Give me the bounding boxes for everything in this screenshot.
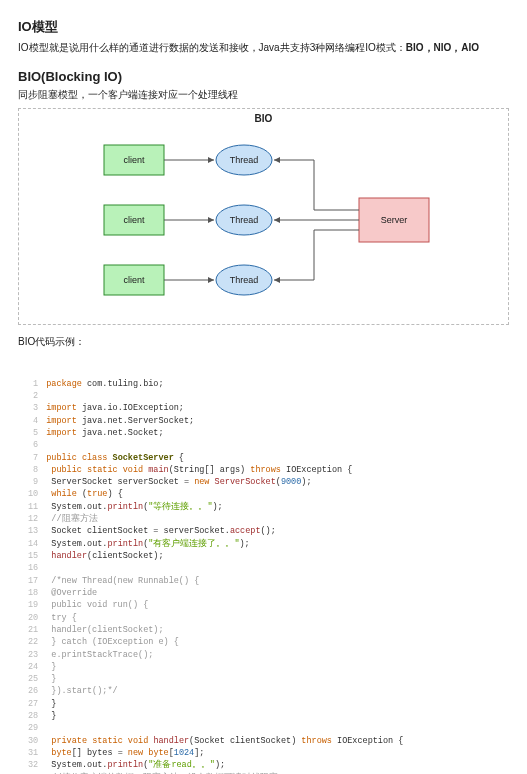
code-token: java bbox=[77, 403, 103, 413]
code-token: (); bbox=[260, 526, 275, 536]
code-token: IOException bbox=[286, 465, 342, 475]
thread-label-2: Thread bbox=[229, 215, 258, 225]
code-token: println bbox=[107, 539, 143, 549]
code-line: 18 @Override bbox=[18, 587, 403, 599]
code-line-number: 28 bbox=[18, 710, 46, 722]
code-line-number: 26 bbox=[18, 685, 46, 697]
code-line-content: } bbox=[46, 673, 403, 685]
code-token: main bbox=[148, 465, 168, 475]
code-token: out bbox=[87, 502, 102, 512]
code-line-content: while (true) { bbox=[46, 488, 403, 500]
code-line-number: 17 bbox=[18, 575, 46, 587]
code-token: String bbox=[174, 465, 205, 475]
code-token: SocketServer bbox=[113, 453, 174, 463]
code-token: out bbox=[87, 760, 102, 770]
code-token: } bbox=[51, 711, 56, 721]
code-token: ); bbox=[215, 760, 225, 770]
code-token: ) bbox=[291, 736, 301, 746]
code-token: ServerSocket bbox=[215, 477, 276, 487]
code-line: 28 } bbox=[18, 710, 403, 722]
code-token: { bbox=[393, 736, 403, 746]
code-line-content: System.out.println("有客户端连接了。。"); bbox=[46, 538, 403, 550]
code-line-number: 12 bbox=[18, 513, 46, 525]
code-token: { bbox=[174, 453, 184, 463]
code-line-number: 4 bbox=[18, 415, 46, 427]
heading-bio: BIO(Blocking IO) bbox=[18, 69, 509, 84]
code-token: } catch (IOException e) { bbox=[51, 637, 179, 647]
code-line-content: import java.net.Socket; bbox=[46, 427, 403, 439]
thread-label-1: Thread bbox=[229, 155, 258, 165]
code-token: System bbox=[51, 502, 82, 512]
code-token: [] args bbox=[204, 465, 240, 475]
code-line-content: Socket clientSocket = serverSocket.accep… bbox=[46, 525, 403, 537]
code-line: 14 System.out.println("有客户端连接了。。"); bbox=[18, 538, 403, 550]
code-line: 9 ServerSocket serverSocket = new Server… bbox=[18, 476, 403, 488]
code-token: Socket clientSocket bbox=[194, 736, 291, 746]
code-token: void bbox=[123, 465, 143, 475]
code-token: true bbox=[87, 489, 107, 499]
arrow-server-thread3 bbox=[274, 230, 359, 280]
code-line: 16 bbox=[18, 562, 403, 574]
code-line-number: 23 bbox=[18, 649, 46, 661]
code-line: 30 private static void handler(Socket cl… bbox=[18, 735, 403, 747]
code-token: [] bytes bbox=[72, 748, 118, 758]
code-token: accept bbox=[230, 526, 261, 536]
code-line-content: private static void handler(Socket clien… bbox=[46, 735, 403, 747]
code-line: 32 System.out.println("准备read。。"); bbox=[18, 759, 403, 771]
code-line-number: 14 bbox=[18, 538, 46, 550]
code-line-number: 8 bbox=[18, 464, 46, 476]
code-line: 6 bbox=[18, 439, 403, 451]
code-line: 24 } bbox=[18, 661, 403, 673]
client-label-3: client bbox=[123, 275, 145, 285]
server-label: Server bbox=[380, 215, 407, 225]
code-line-content: } bbox=[46, 710, 403, 722]
code-line-number: 31 bbox=[18, 747, 46, 759]
bio-diagram: BIO client client client Thread Thread bbox=[18, 108, 509, 325]
code-line-content: handler(clientSocket); bbox=[46, 550, 403, 562]
code-token: ( bbox=[77, 489, 87, 499]
code-token: { bbox=[342, 465, 352, 475]
code-line-number: 11 bbox=[18, 501, 46, 513]
code-line-number: 13 bbox=[18, 525, 46, 537]
code-line-content bbox=[46, 562, 403, 574]
code-line: 29 bbox=[18, 722, 403, 734]
code-line: 13 Socket clientSocket = serverSocket.ac… bbox=[18, 525, 403, 537]
thread-node-2: Thread bbox=[216, 205, 272, 235]
code-token: static bbox=[92, 736, 123, 746]
code-line-content: public class SocketServer { bbox=[46, 452, 403, 464]
code-line-number: 1 bbox=[18, 378, 46, 390]
bio-diagram-title: BIO bbox=[19, 113, 508, 124]
code-line-content: byte[] bytes = new byte[1024]; bbox=[46, 747, 403, 759]
code-line-number: 9 bbox=[18, 476, 46, 488]
code-token: } bbox=[51, 674, 56, 684]
code-token: public void run() { bbox=[51, 600, 148, 610]
code-token: bio bbox=[143, 379, 158, 389]
code-line-number: 27 bbox=[18, 698, 46, 710]
code-line: 8 public static void main(String[] args)… bbox=[18, 464, 403, 476]
code-line: 19 public void run() { bbox=[18, 599, 403, 611]
thread-node-3: Thread bbox=[216, 265, 272, 295]
code-token: "有客户端连接了。。" bbox=[148, 539, 239, 549]
code-line-number: 29 bbox=[18, 722, 46, 734]
code-token: 9000 bbox=[281, 477, 301, 487]
code-token: throws bbox=[250, 465, 281, 475]
code-token: import bbox=[46, 403, 77, 413]
code-token: java bbox=[77, 416, 103, 426]
code-line: 27 } bbox=[18, 698, 403, 710]
code-line-content: public static void main(String[] args) t… bbox=[46, 464, 403, 476]
code-token: import bbox=[46, 428, 77, 438]
code-line-number: 2 bbox=[18, 390, 46, 402]
code-token: handler bbox=[51, 551, 87, 561]
code-line-content: System.out.println("等待连接。。"); bbox=[46, 501, 403, 513]
code-token: }).start();*/ bbox=[51, 686, 117, 696]
code-line-number: 3 bbox=[18, 402, 46, 414]
code-token: net bbox=[107, 428, 122, 438]
code-line-content: import java.net.ServerSocket; bbox=[46, 415, 403, 427]
code-token: ); bbox=[301, 477, 311, 487]
code-line: 12 //阻塞方法 bbox=[18, 513, 403, 525]
code-token: out bbox=[87, 539, 102, 549]
thread-label-3: Thread bbox=[229, 275, 258, 285]
code-line-content: System.out.println("准备read。。"); bbox=[46, 759, 403, 771]
code-line-number: 19 bbox=[18, 599, 46, 611]
code-token: Socket clientSocket bbox=[51, 526, 153, 536]
